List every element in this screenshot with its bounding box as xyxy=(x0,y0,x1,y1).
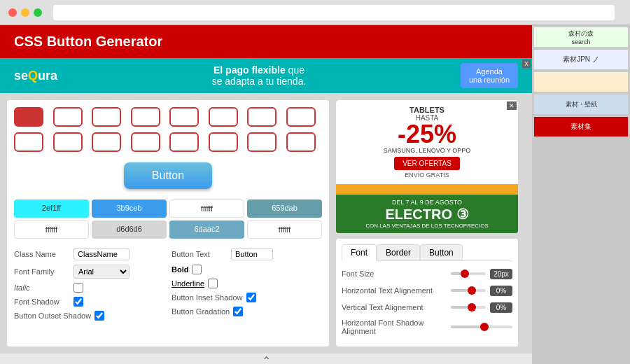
button-outset-checkbox[interactable] xyxy=(94,311,104,321)
sidebar-item-4[interactable]: 素材・壁紙 xyxy=(533,94,629,115)
url-bar[interactable] xyxy=(53,5,615,20)
tool-left: Button 2ef1ff 3b9ceb ffffff 659dab fffff… xyxy=(7,100,329,346)
right-sidebar: 森村の森 search 素材JPN ノ 素材・壁紙 素材集 xyxy=(532,25,630,364)
discount-label: -25% xyxy=(342,122,512,147)
ver-ofertas-button[interactable]: VER OFERTAS xyxy=(394,157,460,170)
button-outset-row: Button Outset Shadow xyxy=(14,309,164,323)
tab-font[interactable]: Font xyxy=(342,244,377,261)
button-inset-label: Button Inset Shadow xyxy=(172,293,243,302)
sidebar-item-2[interactable]: 素材JPN ノ xyxy=(533,49,629,70)
italic-label: Italic xyxy=(14,284,70,292)
color-cell-2[interactable]: 3b9ceb xyxy=(92,200,167,218)
ventajas-label: CON LAS VENTAJAS DE LOS TECNOPRECIOS xyxy=(342,223,512,229)
color-cell-3[interactable]: ffffff xyxy=(169,200,244,218)
main-content: CSS Button Generator seQura El pago flex… xyxy=(0,25,630,364)
underline-checkbox[interactable] xyxy=(208,279,218,288)
scroll-hint: ⌃ xyxy=(0,354,532,364)
color-cell-7[interactable]: 6daac2 xyxy=(169,220,244,239)
slider-thumb-2[interactable] xyxy=(468,286,476,295)
font-family-select[interactable]: Arial Georgia Verdana xyxy=(74,265,130,279)
swatch-2[interactable] xyxy=(53,107,83,127)
sidebar-item-3[interactable] xyxy=(533,71,629,92)
button-text-input[interactable] xyxy=(231,248,273,260)
tab-border[interactable]: Border xyxy=(377,244,420,260)
button-gradation-checkbox[interactable] xyxy=(233,307,243,316)
font-size-slider[interactable] xyxy=(451,268,486,279)
swatch-7[interactable] xyxy=(247,107,276,127)
button-preview-area: Button xyxy=(14,162,322,189)
italic-checkbox[interactable] xyxy=(74,283,83,293)
del-text: DEL 7 AL 9 DE AGOSTO xyxy=(342,199,512,206)
swatch-14[interactable] xyxy=(209,132,238,152)
maximize-button[interactable] xyxy=(34,8,42,17)
swatch-12[interactable] xyxy=(131,132,160,152)
browser-chrome xyxy=(0,0,630,25)
slider-fill-1 xyxy=(451,272,461,275)
ad-badge2: ✕ xyxy=(507,102,517,110)
class-name-input[interactable] xyxy=(74,248,130,260)
swatch-13[interactable] xyxy=(169,132,199,152)
preview-button[interactable]: Button xyxy=(124,162,212,189)
swatch-4[interactable] xyxy=(131,107,160,127)
ad-text-bold: El pago flexible xyxy=(214,64,286,76)
swatch-grid-row1 xyxy=(14,107,322,127)
font-size-label: Font Size xyxy=(342,270,447,278)
slider-thumb-1[interactable] xyxy=(461,270,469,278)
vert-text-slider[interactable] xyxy=(451,302,486,313)
swatch-9[interactable] xyxy=(14,132,43,152)
slider-track-1 xyxy=(451,272,486,275)
color-cell-4[interactable]: 659dab xyxy=(247,200,322,218)
font-family-label: Font Family xyxy=(14,267,70,276)
swatch-5[interactable] xyxy=(169,107,199,127)
swatch-grid-row2 xyxy=(14,132,322,152)
color-cell-6[interactable]: d6d6d6 xyxy=(92,220,167,239)
font-size-value: 20px xyxy=(490,269,512,279)
color-cell-1[interactable]: 2ef1ff xyxy=(14,200,89,218)
color-cell-8[interactable]: ffffff xyxy=(247,220,322,239)
slider-thumb-4[interactable] xyxy=(480,323,489,331)
scroll-icon: ⌃ xyxy=(262,354,271,365)
minimize-button[interactable] xyxy=(21,8,29,17)
swatch-3[interactable] xyxy=(92,107,121,127)
left-panel: CSS Button Generator seQura El pago flex… xyxy=(0,25,532,364)
font-panel: Font Border Button Font Size xyxy=(336,239,518,346)
font-shadow-label: Font Shadow xyxy=(14,298,70,306)
font-shadow-row: Font Shadow xyxy=(14,295,164,309)
swatch-15[interactable] xyxy=(247,132,276,152)
page-title: CSS Button Generator xyxy=(14,34,518,50)
tablets-label: TABLETS xyxy=(342,106,512,114)
slider-fill-3 xyxy=(451,306,468,309)
font-shadow-checkbox[interactable] xyxy=(74,297,83,307)
slider-fill-2 xyxy=(451,289,468,292)
swatch-16[interactable] xyxy=(286,132,316,152)
ad-bottom-section: DEL 7 AL 9 DE AGOSTO ELECTRO ③ CON LAS V… xyxy=(336,195,518,233)
slider-thumb-3[interactable] xyxy=(468,303,476,312)
swatch-6[interactable] xyxy=(209,107,238,127)
vert-text-label: Vertical Text Alignement xyxy=(342,303,447,312)
sidebar-item-1[interactable]: 森村の森 search xyxy=(533,27,629,48)
ad-banner-button[interactable]: Agenda una reunión xyxy=(461,63,518,88)
button-gradation-label: Button Gradation xyxy=(172,307,230,316)
site-header: CSS Button Generator xyxy=(0,25,532,58)
sidebar-item-5[interactable]: 素材集 xyxy=(533,116,629,137)
tab-button[interactable]: Button xyxy=(420,244,463,260)
button-inset-row: Button Inset Shadow xyxy=(172,290,322,304)
form-grid: Class Name Font Family Arial Georgia Ver… xyxy=(14,246,322,323)
class-name-row: Class Name xyxy=(14,246,164,262)
slider-track-4 xyxy=(451,326,512,328)
color-cell-5[interactable]: ffffff xyxy=(14,220,89,239)
button-gradation-row: Button Gradation xyxy=(172,304,322,318)
swatch-1[interactable] xyxy=(14,107,43,127)
horiz-shadow-slider[interactable] xyxy=(451,321,512,332)
swatch-11[interactable] xyxy=(92,132,121,152)
button-inset-checkbox[interactable] xyxy=(246,293,256,302)
swatch-8[interactable] xyxy=(286,107,316,127)
swatch-10[interactable] xyxy=(53,132,83,152)
bold-checkbox[interactable] xyxy=(192,265,202,274)
ad-text: El pago flexible quese adapta a tu tiend… xyxy=(57,64,461,87)
underline-label: Underline xyxy=(172,279,204,288)
close-button[interactable] xyxy=(8,8,17,17)
horiz-text-slider[interactable] xyxy=(451,285,486,296)
horiz-shadow-label: Horizontal Font Shadow Alignment xyxy=(342,318,447,335)
font-size-field: Font Size 20px xyxy=(342,268,512,279)
